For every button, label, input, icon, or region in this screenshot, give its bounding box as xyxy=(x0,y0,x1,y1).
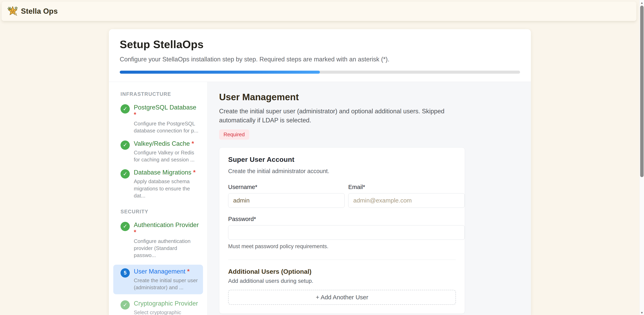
section-label-security: SECURITY xyxy=(120,209,203,215)
required-asterisk: * xyxy=(134,229,136,236)
step-number-badge: 5 xyxy=(120,268,130,277)
progress-fill xyxy=(120,71,320,74)
username-input[interactable] xyxy=(228,193,345,208)
sidebar-item-cryptographic-provider[interactable]: ✓ Cryptographic Provider Select cryptogr… xyxy=(113,300,203,315)
step-description: Configure Valkey or Redis for caching an… xyxy=(134,149,200,163)
sidebar-item-user-management[interactable]: 5 User Management * Create the initial s… xyxy=(113,265,203,294)
step-description: Select cryptographic algorithms for sign… xyxy=(134,309,200,315)
page-title: Setup StellaOps xyxy=(120,38,520,51)
step-description-text: Create the initial super user (administr… xyxy=(219,107,456,125)
email-label: Email* xyxy=(348,184,465,190)
super-user-card-title: Super User Account xyxy=(228,156,456,163)
password-field-group: Password* Must meet password policy requ… xyxy=(228,216,465,250)
sidebar-item-authentication-provider[interactable]: ✓ Authentication Provider * Configure au… xyxy=(113,221,203,259)
step-complete-icon: ✓ xyxy=(120,300,130,309)
sidebar-item-postgresql-database[interactable]: ✓ PostgreSQL Database * Configure the Po… xyxy=(113,104,203,134)
step-description: Configure the PostgreSQL database connec… xyxy=(134,120,200,134)
setup-progress-bar xyxy=(120,71,520,74)
step-complete-icon: ✓ xyxy=(120,222,130,231)
required-asterisk: * xyxy=(134,111,136,118)
step-title: User Management xyxy=(134,268,186,275)
scrollbar-thumb[interactable] xyxy=(640,6,644,177)
required-asterisk: * xyxy=(191,169,196,176)
brand-name: Stella Ops xyxy=(21,7,58,16)
section-label-infrastructure: INFRASTRUCTURE xyxy=(120,91,203,97)
super-user-card-subtitle: Create the initial administrator account… xyxy=(228,168,456,174)
setup-wizard-card: Setup StellaOps Configure your StellaOps… xyxy=(109,29,531,315)
required-asterisk: * xyxy=(186,268,190,275)
step-title: Valkey/Redis Cache xyxy=(134,140,190,147)
stella-star-logo-icon xyxy=(7,6,18,17)
step-title: Authentication Provider xyxy=(134,221,199,228)
password-input[interactable] xyxy=(228,225,465,240)
brand: Stella Ops xyxy=(7,6,58,17)
add-another-user-button[interactable]: + Add Another User xyxy=(228,290,456,305)
required-badge: Required xyxy=(219,129,249,140)
additional-users-subtitle: Add additional users during setup. xyxy=(228,278,456,284)
step-complete-icon: ✓ xyxy=(120,141,130,150)
sidebar-item-database-migrations[interactable]: ✓ Database Migrations * Apply database s… xyxy=(113,169,203,199)
wizard-hero: Setup StellaOps Configure your StellaOps… xyxy=(109,29,531,82)
username-label: Username* xyxy=(228,184,345,190)
password-hint: Must meet password policy requirements. xyxy=(228,243,465,250)
email-input[interactable] xyxy=(348,193,465,208)
step-content-panel: User Management Create the initial super… xyxy=(208,82,531,315)
step-title: Database Migrations xyxy=(134,169,191,176)
scroll-up-arrow-icon[interactable]: ▲ xyxy=(640,1,644,4)
card-divider xyxy=(228,260,456,260)
step-heading: User Management xyxy=(219,92,465,102)
super-user-account-card: Super User Account Create the initial ad… xyxy=(219,147,465,314)
step-title: PostgreSQL Database xyxy=(134,104,196,111)
step-description: Apply database schema migrations to ensu… xyxy=(134,178,200,199)
step-title: Cryptographic Provider xyxy=(134,300,198,307)
vertical-scrollbar[interactable]: ▲ ▼ xyxy=(639,0,644,315)
step-complete-icon: ✓ xyxy=(120,104,130,114)
sidebar-item-valkey-redis-cache[interactable]: ✓ Valkey/Redis Cache * Configure Valkey … xyxy=(113,140,203,163)
step-description: Create the initial super user (administr… xyxy=(134,277,200,291)
app-header: Stella Ops xyxy=(2,2,636,21)
page-subtitle: Configure your StellaOps installation st… xyxy=(120,56,520,63)
additional-users-title: Additional Users (Optional) xyxy=(228,268,456,275)
step-description: Configure authentication provider (Stand… xyxy=(134,238,200,259)
wizard-steps-sidebar: INFRASTRUCTURE ✓ PostgreSQL Database * C… xyxy=(109,82,208,315)
username-field-group: Username* xyxy=(228,184,345,208)
password-label: Password* xyxy=(228,216,465,222)
step-complete-icon: ✓ xyxy=(120,169,130,179)
email-field-group: Email* xyxy=(348,184,465,208)
step-number: 5 xyxy=(124,270,126,276)
scroll-down-arrow-icon[interactable]: ▼ xyxy=(640,311,644,314)
required-asterisk: * xyxy=(190,140,194,147)
